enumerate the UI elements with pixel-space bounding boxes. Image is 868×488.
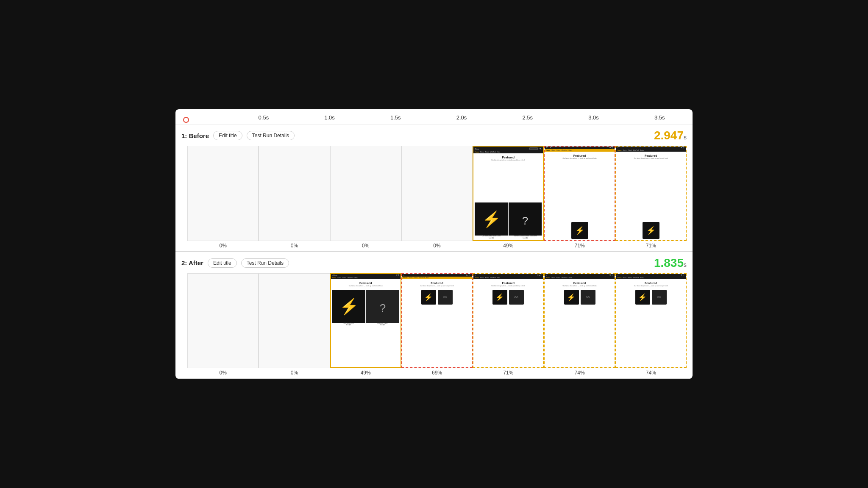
after-pct-1: 0%: [291, 370, 298, 376]
svg-text:⚡: ⚡: [638, 293, 647, 301]
after-frame-4: ≡ S ● 🛒 Home Shirts Fitted WebPerf Hats …: [473, 273, 544, 376]
svg-text:^^: ^^: [657, 296, 661, 300]
after-frame-box-6: ≡ 🔍 🛒 Home Shirts Fitted WebPerf Shirts …: [615, 273, 687, 368]
before-test-run-button[interactable]: Test Run Details: [247, 131, 295, 140]
after-test-run-button[interactable]: Test Run Details: [241, 258, 289, 268]
before-section-header: 1: Before Edit title Test Run Details 2.…: [181, 129, 687, 142]
tick-1: 1.0s: [297, 114, 363, 121]
svg-text:?: ?: [522, 214, 528, 227]
after-frame-box-3: ≡ S ● 🛒 Home Shirts Fitted WebPerf Hats …: [401, 273, 473, 368]
before-frame-4: Menu 🔍 Home Shirts Fitted WebPerf Hats: [473, 146, 544, 248]
after-pct-2: 49%: [361, 370, 371, 376]
before-frame-box-3: [401, 146, 473, 241]
after-filmstrip: 0% 0% ≡ Menu S 🔍 Home Shi: [181, 273, 687, 376]
after-frame-2: ≡ Menu S 🔍 Home Shirts Fitted WebPerf Ha…: [330, 273, 401, 376]
svg-text:⚡: ⚡: [482, 210, 501, 229]
after-frame-5: ≡ 🔍 🛒 Home Shirts Fitted WebPerf Shirts …: [544, 273, 615, 376]
before-pct-2: 0%: [362, 243, 369, 249]
after-pct-6: 74%: [646, 370, 656, 376]
after-frame-box-1: [259, 273, 330, 368]
after-section: 2: After Edit title Test Run Details 1.8…: [175, 252, 693, 379]
tick-0: 0.5s: [231, 114, 297, 121]
before-frame-2: 0%: [330, 146, 401, 248]
before-frame-6: ≡ 🔍 🛒 Home Shirts Fitted WebPerf Shirts …: [615, 146, 687, 248]
after-section-header: 2: After Edit title Test Run Details 1.8…: [181, 256, 687, 270]
after-frame-box-4: ≡ S ● 🛒 Home Shirts Fitted WebPerf Hats …: [473, 273, 544, 368]
before-frame-5: ● ● S 🔍 🛒 Home Shirts Fitted WebPerf Hat…: [544, 146, 615, 248]
after-pct-3: 69%: [432, 370, 442, 376]
tick-6: 3.5s: [626, 114, 693, 121]
before-frame-1: 0%: [259, 146, 330, 248]
before-frame-0: 0%: [187, 146, 259, 248]
after-edit-title-button[interactable]: Edit title: [208, 258, 237, 268]
timeline-dot: [183, 117, 189, 123]
after-pct-4: 71%: [503, 370, 513, 376]
svg-text:⚡: ⚡: [339, 297, 359, 316]
after-title: 2: After: [181, 259, 203, 266]
before-pct-5: 71%: [575, 243, 585, 249]
after-pct-5: 74%: [575, 370, 585, 376]
after-time: 1.835s: [654, 256, 687, 270]
svg-text:⚡: ⚡: [495, 293, 504, 301]
timeline-header: 0.5s 1.0s 1.5s 2.0s 2.5s 3.0s 3.5s: [175, 109, 693, 125]
before-frame-3: 0%: [401, 146, 473, 248]
before-pct-1: 0%: [291, 243, 298, 249]
after-frame-0: 0%: [187, 273, 259, 376]
after-pct-0: 0%: [219, 370, 226, 376]
tick-4: 2.5s: [495, 114, 561, 121]
before-frame-box-1: [259, 146, 330, 241]
before-frame-box-6: ≡ 🔍 🛒 Home Shirts Fitted WebPerf Shirts …: [615, 146, 687, 241]
before-frame-box-4: Menu 🔍 Home Shirts Fitted WebPerf Hats: [473, 146, 544, 241]
tick-5: 3.0s: [561, 114, 627, 121]
after-frame-6: ≡ 🔍 🛒 Home Shirts Fitted WebPerf Shirts …: [615, 273, 687, 376]
after-frame-box-0: [187, 273, 259, 368]
svg-text:^^: ^^: [515, 296, 519, 300]
svg-text:⚡: ⚡: [575, 226, 585, 235]
before-frame-box-5: ● ● S 🔍 🛒 Home Shirts Fitted WebPerf Hat…: [544, 146, 615, 241]
before-time: 2.947s: [654, 129, 687, 142]
before-edit-title-button[interactable]: Edit title: [213, 131, 242, 140]
after-frame-box-2: ≡ Menu S 🔍 Home Shirts Fitted WebPerf Ha…: [330, 273, 401, 368]
before-frame-box-2: [330, 146, 401, 241]
before-section: 1: Before Edit title Test Run Details 2.…: [175, 125, 693, 251]
tick-2: 1.5s: [362, 114, 428, 121]
before-pct-4: 49%: [503, 243, 513, 249]
svg-text:^^: ^^: [586, 296, 590, 300]
svg-text:⚡: ⚡: [646, 226, 656, 235]
before-pct-0: 0%: [219, 243, 226, 249]
main-container: 0.5s 1.0s 1.5s 2.0s 2.5s 3.0s 3.5s 1: Be…: [175, 109, 693, 379]
tick-3: 2.0s: [428, 114, 495, 121]
svg-text:⚡: ⚡: [424, 293, 433, 301]
svg-text:⚡: ⚡: [567, 293, 576, 301]
after-frame-3: ≡ S ● 🛒 Home Shirts Fitted WebPerf Hats …: [401, 273, 473, 376]
svg-text:^^: ^^: [443, 296, 447, 300]
after-frame-1: 0%: [259, 273, 330, 376]
before-filmstrip: 0% 0% 0% 0% Menu: [181, 146, 687, 248]
after-frame-box-5: ≡ 🔍 🛒 Home Shirts Fitted WebPerf Shirts …: [544, 273, 615, 368]
before-pct-6: 71%: [646, 243, 656, 249]
before-frame-box-0: [187, 146, 259, 241]
svg-text:?: ?: [380, 302, 386, 314]
before-title: 1: Before: [181, 132, 209, 139]
before-pct-3: 0%: [433, 243, 440, 249]
